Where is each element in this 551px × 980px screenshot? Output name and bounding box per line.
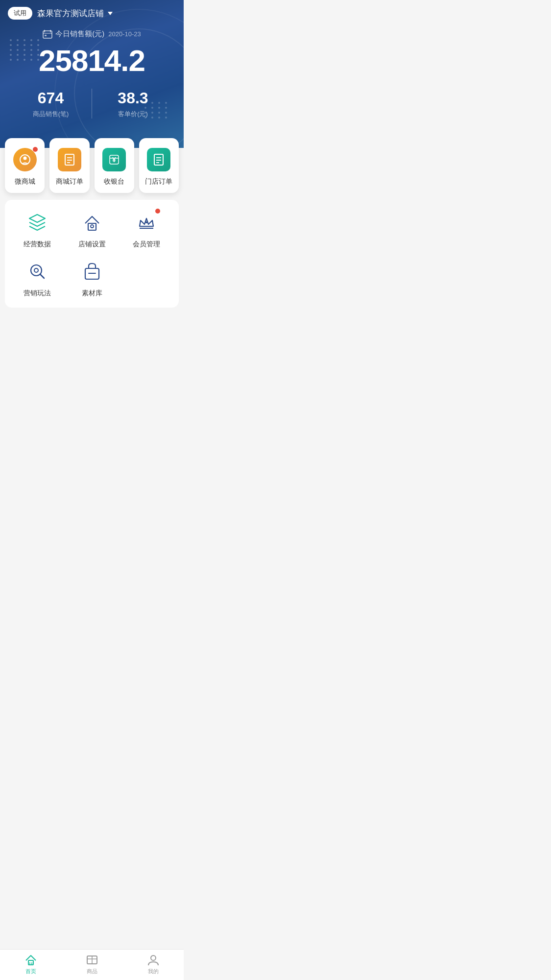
store-order-icon-wrap [146,147,171,172]
menu-row-1: 经营数据 店铺设置 会员管理 [10,210,174,249]
orders-count: 674 [10,89,92,107]
sales-label-row: 今日销售额(元) 2020-10-23 [10,29,174,39]
yingxiao-icon-wrap [24,259,50,284]
svg-point-20 [91,225,94,228]
stat-orders: 674 商品销售(笔) [10,89,92,118]
jingying-label: 经营数据 [24,240,51,249]
menu-section: 经营数据 店铺设置 会员管理 [5,200,179,308]
cashier-icon-wrap: ¥ [101,147,127,172]
svg-point-6 [23,156,26,160]
menu-item-yingxiao[interactable]: 营销玩法 [10,259,65,298]
avg-label: 客单价(元) [92,110,174,119]
bag-icon [81,261,103,282]
action-store-order[interactable]: 门店订单 [139,138,179,193]
calendar-icon [43,30,52,39]
sales-section: 今日销售额(元) 2020-10-23 25814.2 674 商品销售(笔) … [0,24,184,128]
yingxiao-label: 营销玩法 [24,289,51,298]
dianpu-label: 店铺设置 [78,240,106,249]
dianpu-icon-wrap [79,210,105,235]
svg-marker-18 [29,215,45,222]
trial-badge[interactable]: 试用 [8,7,32,20]
jingying-icon-wrap [24,210,50,235]
weishangcheng-label: 微商城 [15,177,35,186]
huiyuan-label: 会员管理 [133,240,160,249]
svg-line-25 [40,274,44,278]
menu-item-huiyuan[interactable]: 会员管理 [119,210,174,249]
sales-stats: 674 商品销售(笔) 38.3 客单价(元) [10,89,174,118]
svg-text:¥: ¥ [112,156,116,164]
shangcheng-order-label: 商城订单 [56,177,83,186]
sucai-label: 素材库 [82,289,102,298]
menu-item-empty [119,259,174,298]
stat-avg-price: 38.3 客单价(元) [92,89,174,118]
menu-item-sucai[interactable]: 素材库 [65,259,120,298]
layers-icon [26,212,48,233]
weishangcheng-notification-dot [33,147,38,152]
cashier-label: 收银台 [104,177,124,186]
sales-title: 今日销售额(元) [55,29,104,39]
crown-icon [136,212,157,233]
store-order-label: 门店订单 [145,177,172,186]
search-circle-icon [26,261,48,282]
huiyuan-notification-dot [155,209,160,214]
menu-item-jingying[interactable]: 经营数据 [10,210,65,249]
svg-rect-14 [154,154,163,165]
sucai-icon-wrap [79,259,105,284]
svg-rect-7 [65,154,74,165]
sales-amount: 25814.2 [10,43,174,79]
avg-price: 38.3 [92,89,174,107]
svg-point-24 [34,268,38,272]
weishangcheng-icon [13,148,37,171]
hero-section: 试用 森果官方测试店铺 今日销售额(元) 2020-10-23 25814.2 [0,0,184,148]
sales-date: 2020-10-23 [108,30,141,38]
store-order-icon [147,148,170,171]
svg-point-22 [145,221,147,223]
shangcheng-order-icon-wrap [57,147,82,172]
action-cashier[interactable]: ¥ 收银台 [95,138,134,193]
action-shangcheng-order[interactable]: 商城订单 [49,138,89,193]
store-home-icon [81,212,103,233]
svg-rect-4 [45,35,47,36]
menu-row-2: 营销玩法 素材库 [10,259,174,298]
menu-item-dianpu[interactable]: 店铺设置 [65,210,120,249]
cashier-icon: ¥ [102,148,126,171]
weishangcheng-icon-wrap [12,147,38,172]
store-selector[interactable]: 森果官方测试店铺 [37,8,113,19]
action-weishangcheng[interactable]: 微商城 [5,138,45,193]
quick-actions: 微商城 商城订单 ¥ 收 [0,138,184,193]
huiyuan-icon-wrap [134,210,159,235]
orders-label: 商品销售(笔) [10,110,92,119]
dropdown-arrow-icon [108,12,113,15]
top-bar: 试用 森果官方测试店铺 [0,0,184,24]
shangcheng-order-icon [58,148,81,171]
